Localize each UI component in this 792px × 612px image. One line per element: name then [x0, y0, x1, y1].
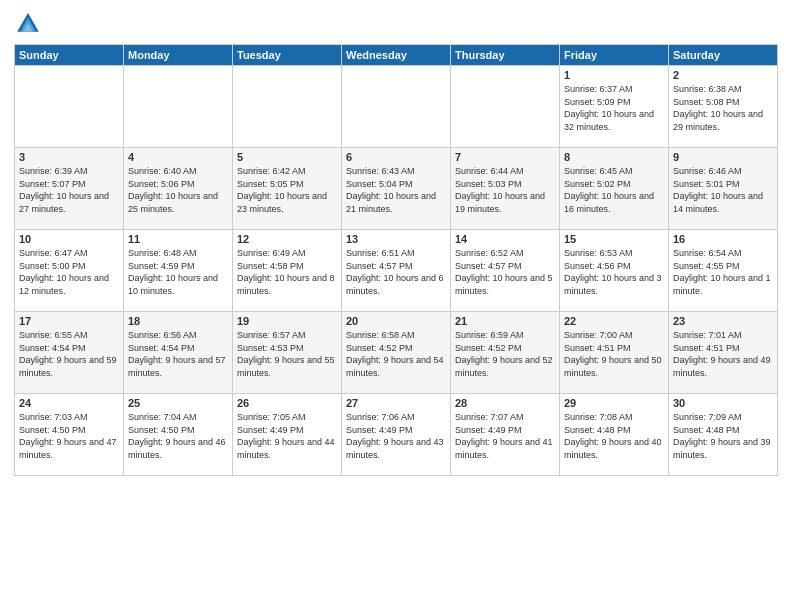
day-cell: 1Sunrise: 6:37 AM Sunset: 5:09 PM Daylig… [560, 66, 669, 148]
day-info: Sunrise: 6:38 AM Sunset: 5:08 PM Dayligh… [673, 83, 773, 133]
page: SundayMondayTuesdayWednesdayThursdayFrid… [0, 0, 792, 612]
day-cell: 19Sunrise: 6:57 AM Sunset: 4:53 PM Dayli… [233, 312, 342, 394]
day-info: Sunrise: 7:05 AM Sunset: 4:49 PM Dayligh… [237, 411, 337, 461]
day-number: 4 [128, 151, 228, 163]
day-info: Sunrise: 7:04 AM Sunset: 4:50 PM Dayligh… [128, 411, 228, 461]
week-row-2: 3Sunrise: 6:39 AM Sunset: 5:07 PM Daylig… [15, 148, 778, 230]
day-info: Sunrise: 6:42 AM Sunset: 5:05 PM Dayligh… [237, 165, 337, 215]
day-cell: 4Sunrise: 6:40 AM Sunset: 5:06 PM Daylig… [124, 148, 233, 230]
day-number: 9 [673, 151, 773, 163]
day-number: 22 [564, 315, 664, 327]
day-cell: 14Sunrise: 6:52 AM Sunset: 4:57 PM Dayli… [451, 230, 560, 312]
day-number: 26 [237, 397, 337, 409]
day-info: Sunrise: 6:56 AM Sunset: 4:54 PM Dayligh… [128, 329, 228, 379]
day-cell: 7Sunrise: 6:44 AM Sunset: 5:03 PM Daylig… [451, 148, 560, 230]
day-cell: 9Sunrise: 6:46 AM Sunset: 5:01 PM Daylig… [669, 148, 778, 230]
day-cell: 3Sunrise: 6:39 AM Sunset: 5:07 PM Daylig… [15, 148, 124, 230]
day-info: Sunrise: 6:45 AM Sunset: 5:02 PM Dayligh… [564, 165, 664, 215]
day-number: 6 [346, 151, 446, 163]
day-cell: 29Sunrise: 7:08 AM Sunset: 4:48 PM Dayli… [560, 394, 669, 476]
day-info: Sunrise: 7:06 AM Sunset: 4:49 PM Dayligh… [346, 411, 446, 461]
day-number: 15 [564, 233, 664, 245]
day-cell: 23Sunrise: 7:01 AM Sunset: 4:51 PM Dayli… [669, 312, 778, 394]
day-cell [233, 66, 342, 148]
day-number: 12 [237, 233, 337, 245]
day-cell: 8Sunrise: 6:45 AM Sunset: 5:02 PM Daylig… [560, 148, 669, 230]
day-number: 10 [19, 233, 119, 245]
weekday-header-sunday: Sunday [15, 45, 124, 66]
day-number: 16 [673, 233, 773, 245]
day-cell: 15Sunrise: 6:53 AM Sunset: 4:56 PM Dayli… [560, 230, 669, 312]
weekday-header-tuesday: Tuesday [233, 45, 342, 66]
day-cell [124, 66, 233, 148]
day-cell: 5Sunrise: 6:42 AM Sunset: 5:05 PM Daylig… [233, 148, 342, 230]
day-info: Sunrise: 6:58 AM Sunset: 4:52 PM Dayligh… [346, 329, 446, 379]
day-number: 21 [455, 315, 555, 327]
day-info: Sunrise: 6:48 AM Sunset: 4:59 PM Dayligh… [128, 247, 228, 297]
day-number: 19 [237, 315, 337, 327]
day-info: Sunrise: 6:47 AM Sunset: 5:00 PM Dayligh… [19, 247, 119, 297]
day-info: Sunrise: 6:51 AM Sunset: 4:57 PM Dayligh… [346, 247, 446, 297]
day-number: 17 [19, 315, 119, 327]
day-info: Sunrise: 7:03 AM Sunset: 4:50 PM Dayligh… [19, 411, 119, 461]
week-row-5: 24Sunrise: 7:03 AM Sunset: 4:50 PM Dayli… [15, 394, 778, 476]
day-info: Sunrise: 6:55 AM Sunset: 4:54 PM Dayligh… [19, 329, 119, 379]
day-info: Sunrise: 6:43 AM Sunset: 5:04 PM Dayligh… [346, 165, 446, 215]
day-cell: 24Sunrise: 7:03 AM Sunset: 4:50 PM Dayli… [15, 394, 124, 476]
week-row-1: 1Sunrise: 6:37 AM Sunset: 5:09 PM Daylig… [15, 66, 778, 148]
day-number: 27 [346, 397, 446, 409]
day-cell: 25Sunrise: 7:04 AM Sunset: 4:50 PM Dayli… [124, 394, 233, 476]
day-cell [451, 66, 560, 148]
day-cell [342, 66, 451, 148]
weekday-header-monday: Monday [124, 45, 233, 66]
weekday-header-thursday: Thursday [451, 45, 560, 66]
day-cell: 20Sunrise: 6:58 AM Sunset: 4:52 PM Dayli… [342, 312, 451, 394]
day-cell: 11Sunrise: 6:48 AM Sunset: 4:59 PM Dayli… [124, 230, 233, 312]
day-cell: 21Sunrise: 6:59 AM Sunset: 4:52 PM Dayli… [451, 312, 560, 394]
calendar: SundayMondayTuesdayWednesdayThursdayFrid… [14, 44, 778, 476]
day-info: Sunrise: 6:46 AM Sunset: 5:01 PM Dayligh… [673, 165, 773, 215]
day-number: 8 [564, 151, 664, 163]
day-info: Sunrise: 6:53 AM Sunset: 4:56 PM Dayligh… [564, 247, 664, 297]
day-info: Sunrise: 6:39 AM Sunset: 5:07 PM Dayligh… [19, 165, 119, 215]
day-number: 25 [128, 397, 228, 409]
day-info: Sunrise: 6:54 AM Sunset: 4:55 PM Dayligh… [673, 247, 773, 297]
logo [14, 10, 46, 38]
day-number: 30 [673, 397, 773, 409]
day-info: Sunrise: 6:49 AM Sunset: 4:58 PM Dayligh… [237, 247, 337, 297]
day-cell: 6Sunrise: 6:43 AM Sunset: 5:04 PM Daylig… [342, 148, 451, 230]
day-cell: 27Sunrise: 7:06 AM Sunset: 4:49 PM Dayli… [342, 394, 451, 476]
day-cell: 22Sunrise: 7:00 AM Sunset: 4:51 PM Dayli… [560, 312, 669, 394]
week-row-3: 10Sunrise: 6:47 AM Sunset: 5:00 PM Dayli… [15, 230, 778, 312]
day-number: 29 [564, 397, 664, 409]
week-row-4: 17Sunrise: 6:55 AM Sunset: 4:54 PM Dayli… [15, 312, 778, 394]
day-cell: 2Sunrise: 6:38 AM Sunset: 5:08 PM Daylig… [669, 66, 778, 148]
day-info: Sunrise: 6:44 AM Sunset: 5:03 PM Dayligh… [455, 165, 555, 215]
logo-icon [14, 10, 42, 38]
day-cell: 30Sunrise: 7:09 AM Sunset: 4:48 PM Dayli… [669, 394, 778, 476]
day-info: Sunrise: 6:57 AM Sunset: 4:53 PM Dayligh… [237, 329, 337, 379]
day-number: 20 [346, 315, 446, 327]
day-cell: 12Sunrise: 6:49 AM Sunset: 4:58 PM Dayli… [233, 230, 342, 312]
day-cell: 16Sunrise: 6:54 AM Sunset: 4:55 PM Dayli… [669, 230, 778, 312]
day-number: 2 [673, 69, 773, 81]
day-number: 13 [346, 233, 446, 245]
day-number: 23 [673, 315, 773, 327]
day-number: 18 [128, 315, 228, 327]
header [14, 10, 778, 38]
day-info: Sunrise: 7:08 AM Sunset: 4:48 PM Dayligh… [564, 411, 664, 461]
day-info: Sunrise: 7:07 AM Sunset: 4:49 PM Dayligh… [455, 411, 555, 461]
day-info: Sunrise: 7:01 AM Sunset: 4:51 PM Dayligh… [673, 329, 773, 379]
day-info: Sunrise: 6:59 AM Sunset: 4:52 PM Dayligh… [455, 329, 555, 379]
day-number: 28 [455, 397, 555, 409]
day-cell: 26Sunrise: 7:05 AM Sunset: 4:49 PM Dayli… [233, 394, 342, 476]
day-info: Sunrise: 7:09 AM Sunset: 4:48 PM Dayligh… [673, 411, 773, 461]
day-number: 3 [19, 151, 119, 163]
day-info: Sunrise: 7:00 AM Sunset: 4:51 PM Dayligh… [564, 329, 664, 379]
day-cell: 28Sunrise: 7:07 AM Sunset: 4:49 PM Dayli… [451, 394, 560, 476]
day-info: Sunrise: 6:52 AM Sunset: 4:57 PM Dayligh… [455, 247, 555, 297]
weekday-header-row: SundayMondayTuesdayWednesdayThursdayFrid… [15, 45, 778, 66]
day-cell: 17Sunrise: 6:55 AM Sunset: 4:54 PM Dayli… [15, 312, 124, 394]
day-number: 7 [455, 151, 555, 163]
day-cell: 13Sunrise: 6:51 AM Sunset: 4:57 PM Dayli… [342, 230, 451, 312]
